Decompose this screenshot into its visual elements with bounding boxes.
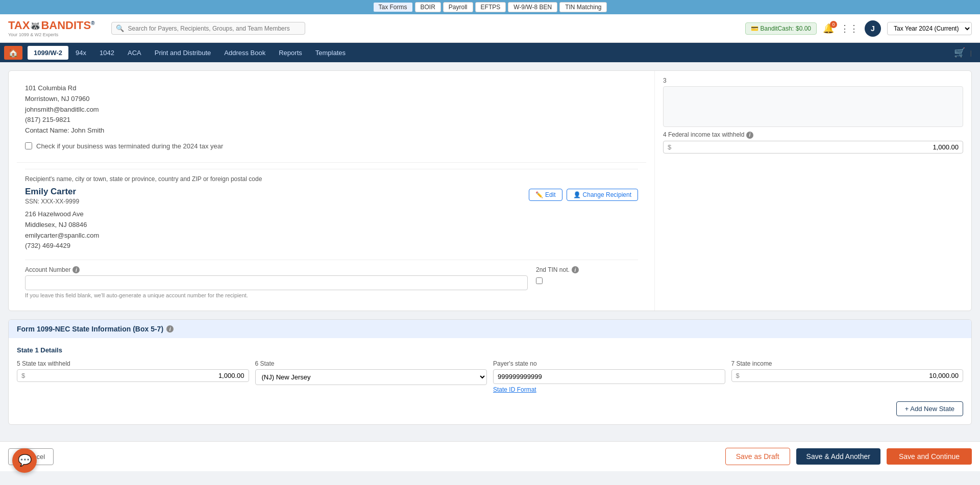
payer-address1: 101 Columbia Rd [25, 83, 638, 94]
main-content: 101 Columbia Rd Morristown, NJ 07960 joh… [0, 62, 980, 441]
state-section-header: Form 1099-NEC State Information (Box 5-7… [9, 320, 971, 338]
search-icon: 🔍 [116, 24, 124, 32]
payer-contact: Contact Name: John Smith [25, 125, 638, 136]
edit-icon: ✏️ [535, 191, 543, 198]
left-column: 101 Columbia Rd Morristown, NJ 07960 joh… [9, 71, 655, 311]
nav-templates[interactable]: Templates [309, 46, 352, 60]
payer-state-input[interactable] [493, 369, 725, 384]
payer-state-no-field: Payer's state no State ID Format [493, 360, 725, 393]
top-nav: Tax Forms BOIR Payroll EFTPS W-9/W-8 BEN… [0, 0, 980, 14]
top-nav-tax-forms[interactable]: Tax Forms [373, 2, 413, 12]
apps-button[interactable]: ⋮⋮ [840, 23, 859, 34]
state-info-icon[interactable]: i [166, 325, 174, 333]
recipient-label: Recipient's name, city or town, state or… [25, 169, 638, 183]
bandit-cash-amount: $0.00 [796, 25, 811, 32]
nav-reports[interactable]: Reports [273, 46, 308, 60]
account-number-field: Account Number i If you leave this field… [25, 266, 528, 298]
nav-1099-w2[interactable]: 1099/W-2 [28, 46, 68, 60]
search-input[interactable] [128, 25, 301, 32]
recipient-name-block: Emily Carter SSN: XXX-XX-9999 [25, 187, 79, 205]
field4-label-text: 4 Federal income tax withheld [663, 131, 744, 138]
nav-94x[interactable]: 94x [69, 46, 92, 60]
recipient-phone: (732) 469-4429 [25, 241, 638, 251]
account-hint: If you leave this field blank, we'll aut… [25, 292, 528, 298]
state-field-7: 7 State income $ [731, 360, 964, 382]
logo-text: TAX🦝BANDITS® [8, 20, 95, 31]
form-card: 101 Columbia Rd Morristown, NJ 07960 joh… [8, 70, 972, 311]
footer-right: Save as Draft Save & Add Another Save an… [725, 448, 972, 465]
top-nav-payroll[interactable]: Payroll [443, 2, 473, 12]
tin-label: 2nd TIN not. i [536, 266, 638, 273]
top-nav-boir[interactable]: BOIR [415, 2, 441, 12]
save-add-another-button[interactable]: Save & Add Another [796, 448, 880, 465]
account-label: Account Number i [25, 266, 528, 273]
cart-icon[interactable]: 🛒 [954, 47, 965, 58]
payer-info: 101 Columbia Rd Morristown, NJ 07960 joh… [17, 77, 646, 163]
save-draft-button[interactable]: Save as Draft [725, 448, 790, 465]
field5-label: 5 State tax withheld [17, 360, 249, 367]
form-two-col: 101 Columbia Rd Morristown, NJ 07960 joh… [9, 71, 971, 311]
nav-1042[interactable]: 1042 [93, 46, 120, 60]
tin-not-checkbox[interactable] [536, 277, 543, 284]
payer-address: 101 Columbia Rd Morristown, NJ 07960 joh… [25, 83, 638, 136]
nav-print[interactable]: Print and Distribute [149, 46, 217, 60]
bandit-cash-icon: 💳 [751, 25, 758, 32]
field6-state-select[interactable]: (NJ) New Jersey New York [255, 369, 487, 385]
payer-address2: Morristown, NJ 07960 [25, 94, 638, 105]
nav-address[interactable]: Address Book [218, 46, 272, 60]
notification-button[interactable]: 🔔 0 [823, 23, 834, 34]
recipient-email: emilycarter@spanllc.com [25, 231, 638, 241]
field4-section: 4 Federal income tax withheld i $ [663, 131, 963, 154]
box3-label: 3 [663, 77, 963, 84]
account-info-icon[interactable]: i [72, 266, 80, 273]
chat-button[interactable]: 💬 [12, 448, 37, 471]
add-new-state-button[interactable]: + Add New State [896, 401, 963, 416]
edit-button[interactable]: ✏️ Edit [529, 189, 562, 201]
field4-info-icon[interactable]: i [746, 132, 753, 139]
recipient-name: Emily Carter [25, 187, 79, 197]
field4-label: 4 Federal income tax withheld i [663, 131, 963, 139]
state-id-link[interactable]: State ID Format [493, 386, 725, 393]
logo-sub: Your 1099 & W2 Experts [8, 32, 58, 37]
header: TAX🦝BANDITS® Your 1099 & W2 Experts 🔍 💳 … [0, 14, 980, 43]
top-nav-tin[interactable]: TIN Matching [559, 2, 607, 12]
terminated-checkbox-row: Check if your business was terminated du… [25, 142, 638, 150]
change-label: Change Recipient [583, 191, 631, 198]
field4-input[interactable] [673, 143, 959, 151]
secondary-nav: 🏠 1099/W-2 94x 1042 ACA Print and Distri… [0, 43, 980, 62]
account-input[interactable] [25, 275, 528, 290]
field7-input[interactable] [742, 372, 959, 379]
state-section: Form 1099-NEC State Information (Box 5-7… [8, 319, 972, 425]
change-icon: 👤 [573, 191, 581, 198]
box3-section: 3 [663, 77, 963, 127]
bandit-cash-label: BanditCash: [761, 25, 794, 32]
search-bar[interactable]: 🔍 [111, 22, 305, 35]
state-section-title: Form 1099-NEC State Information (Box 5-7… [17, 325, 163, 333]
recipient-ssn: SSN: XXX-XX-9999 [25, 198, 79, 205]
recipient-details: 216 Hazelwood Ave Middlesex, NJ 08846 em… [25, 209, 638, 251]
divider: | [970, 49, 972, 57]
state-body: State 1 Details 5 State tax withheld $ 6… [9, 338, 971, 424]
field5-amount: $ [17, 369, 249, 382]
save-continue-button[interactable]: Save and Continue [887, 448, 972, 465]
avatar: J [865, 20, 881, 37]
state1-label: State 1 Details [17, 346, 963, 354]
field5-dollar: $ [21, 372, 25, 379]
payer-state-label: Payer's state no [493, 360, 725, 367]
recipient-addr2: Middlesex, NJ 08846 [25, 220, 638, 231]
field5-input[interactable] [27, 372, 244, 379]
change-recipient-button[interactable]: 👤 Change Recipient [567, 189, 638, 201]
field6-label: 6 State [255, 360, 487, 367]
home-button[interactable]: 🏠 [4, 46, 22, 60]
top-nav-eftps[interactable]: EFTPS [475, 2, 506, 12]
top-nav-w9[interactable]: W-9/W-8 BEN [508, 2, 557, 12]
terminated-checkbox[interactable] [25, 142, 32, 149]
tax-year-select[interactable]: Tax Year 2024 (Current) [887, 22, 972, 35]
payer-email: johnsmith@banditllc.com [25, 105, 638, 115]
state-field-6: 6 State (NJ) New Jersey New York [255, 360, 487, 385]
field4-dollar-sign: $ [668, 143, 671, 151]
tin-info-icon[interactable]: i [572, 266, 579, 273]
footer: ✕ Cancel Save as Draft Save & Add Anothe… [0, 441, 980, 471]
nav-aca[interactable]: ACA [121, 46, 148, 60]
field7-label: 7 State income [731, 360, 964, 367]
